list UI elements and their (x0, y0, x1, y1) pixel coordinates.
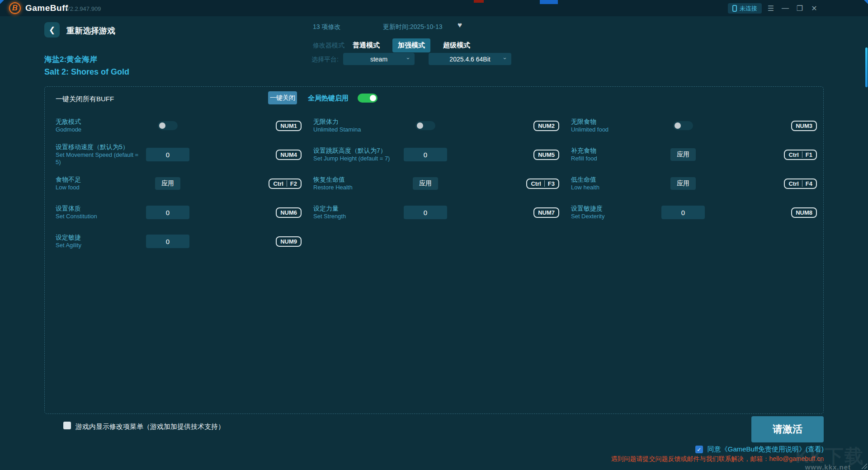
hotkey-badge: NUM8 (791, 207, 817, 218)
cheat-labels: 设置体质Set Constitution (56, 205, 142, 220)
disable-all-button[interactable]: 一键关闭 (268, 91, 297, 104)
game-version-value: 2025.4.6 64Bit (449, 56, 490, 63)
hotkey-divider (802, 180, 802, 187)
game-title-zh: 海盐2:黄金海岸 (44, 54, 97, 65)
hotkey-badge: CtrlF2 (269, 179, 302, 189)
cheat-labels: 无敌模式Godmode (56, 118, 142, 133)
cheat-label-en: Restore Health (313, 184, 400, 191)
tab-enhanced-mode[interactable]: 加强模式 (392, 38, 430, 52)
hotkey-badge: NUM9 (276, 236, 302, 247)
hotkey-divider (802, 151, 802, 158)
favorite-heart-icon[interactable]: ♥ (458, 21, 462, 30)
hotkey-key: Ctrl (788, 180, 798, 187)
maximize-icon[interactable]: ❐ (794, 3, 806, 14)
cheat-label-zh: 设定敏捷 (56, 234, 142, 242)
apply-button[interactable]: 应用 (413, 177, 438, 190)
cheat-label-zh: 设置体质 (56, 205, 142, 213)
chevron-down-icon: ⌄ (406, 54, 410, 61)
cheat-control-slot (658, 121, 708, 130)
cheat-control-slot: 应用 (658, 177, 708, 190)
hotkey-key: NUM5 (538, 151, 555, 158)
chevron-down-icon: ⌄ (502, 54, 507, 61)
cheat-label-zh: 补充食物 (571, 147, 658, 155)
hotkey-key: F2 (290, 180, 297, 187)
toggle-knob (675, 122, 681, 129)
cheat-label-en: Unlimited Stamina (313, 126, 400, 133)
global-hotkey-toggle[interactable] (358, 94, 377, 103)
cheat-item: 设置体质Set ConstitutionNUM6 (56, 200, 302, 225)
cheat-label-en: Low food (56, 184, 142, 191)
cheat-label-zh: 低生命值 (571, 176, 658, 184)
cheat-labels: 设定敏捷Set Agility (56, 234, 142, 249)
app-version: V2.2.947.909 (66, 5, 101, 12)
page-title: 重新选择游戏 (66, 25, 115, 36)
activate-button[interactable]: 请激活 (751, 416, 824, 442)
hotkey-divider (287, 180, 287, 187)
cheat-value-input[interactable] (661, 206, 705, 219)
minimize-icon[interactable]: — (779, 3, 791, 14)
mode-tabs: 普通模式 加强模式 超级模式 (347, 38, 476, 52)
cheat-toggle[interactable] (415, 121, 435, 130)
hotkey-key: NUM1 (280, 122, 297, 129)
cheat-value-input[interactable] (404, 148, 447, 161)
cheat-label-zh: 设置敏捷度 (571, 205, 658, 213)
apply-button[interactable]: 应用 (670, 177, 696, 190)
tab-super-mode[interactable]: 超级模式 (438, 38, 476, 52)
contact-text: 遇到问题请提交问题反馈或邮件与我们联系解决，邮箱：hello@gamebuff.… (611, 455, 824, 463)
top-red-strip (474, 0, 484, 3)
cheat-item: 设置敏捷度Set DexterityNUM8 (571, 200, 817, 225)
cheat-value-input[interactable] (146, 206, 189, 219)
apply-button[interactable]: 应用 (155, 177, 180, 190)
hotkey-badge: NUM2 (533, 121, 559, 131)
site-watermark: www.kkx.net (805, 463, 851, 470)
menu-icon[interactable]: ☰ (765, 3, 777, 14)
cheat-label-en: Set Dexterity (571, 213, 658, 220)
cheat-item: 无敌模式GodmodeNUM1 (56, 113, 302, 138)
hotkey-key: NUM4 (280, 151, 297, 158)
cheat-label-zh: 设置移动速度（默认为5） (56, 143, 142, 151)
cheat-value-input[interactable] (146, 148, 189, 161)
apply-button[interactable]: 应用 (670, 148, 696, 161)
cheat-item: 设定力量Set StrengthNUM7 (313, 200, 559, 225)
cheat-value-input[interactable] (146, 235, 189, 248)
cheat-item: 设置移动速度（默认为5）Set Movement Speed (default … (56, 142, 302, 167)
hotkey-badge: NUM7 (533, 207, 559, 218)
cheat-control-slot: 应用 (400, 177, 451, 190)
cheat-toggle[interactable] (158, 121, 178, 130)
cheat-label-en: Low health (571, 184, 658, 191)
back-button[interactable]: ❮ (44, 22, 60, 38)
cheat-label-en: Set Jump Height (default = 7) (313, 155, 400, 162)
phone-connect-button[interactable]: 未连接 (728, 3, 762, 14)
cheat-labels: 食物不足Low food (56, 176, 142, 191)
resize-grip[interactable] (860, 462, 867, 469)
trainer-mode-label: 修改器模式 (313, 42, 344, 50)
cheat-item: 设置跳跃高度（默认为7）Set Jump Height (default = 7… (313, 142, 559, 167)
platform-value: steam (370, 56, 387, 63)
scrollbar-thumb[interactable] (865, 47, 868, 87)
cheat-label-en: Set Constitution (56, 213, 142, 220)
cheat-labels: 设定力量Set Strength (313, 205, 400, 220)
cheat-control-slot (142, 235, 193, 248)
cheat-label-zh: 无限体力 (313, 118, 400, 126)
cheat-label-en: Refill food (571, 155, 658, 162)
cheat-label-en: Godmode (56, 126, 142, 133)
agree-checkbox[interactable]: ✓ (695, 446, 703, 453)
cheat-labels: 设置敏捷度Set Dexterity (571, 205, 658, 220)
hotkey-key: Ctrl (531, 180, 541, 187)
hotkey-badge: NUM4 (276, 150, 302, 160)
close-icon[interactable]: ✕ (808, 3, 820, 14)
app-name: GameBuff (25, 3, 68, 13)
cheat-grid: 无敌模式GodmodeNUM1无限体力Unlimited StaminaNUM2… (56, 113, 817, 254)
cheat-control-slot: 应用 (658, 148, 708, 161)
ingame-menu-checkbox[interactable] (63, 422, 71, 429)
tab-normal-mode[interactable]: 普通模式 (347, 38, 385, 52)
game-version-dropdown[interactable]: 2025.4.6 64Bit ⌄ (429, 53, 511, 65)
hotkey-badge: NUM6 (276, 207, 302, 218)
cheat-toggle[interactable] (673, 121, 693, 130)
platform-dropdown[interactable]: steam ⌄ (343, 53, 415, 65)
global-hotkey-label: 全局热键启用 (308, 94, 349, 103)
ingame-menu-label: 游戏内显示修改项菜单（游戏加加提供技术支持） (75, 423, 225, 431)
cheat-value-input[interactable] (404, 206, 447, 219)
cheat-label-zh: 无限食物 (571, 118, 658, 126)
cheat-item: 低生命值Low health应用CtrlF4 (571, 171, 817, 196)
